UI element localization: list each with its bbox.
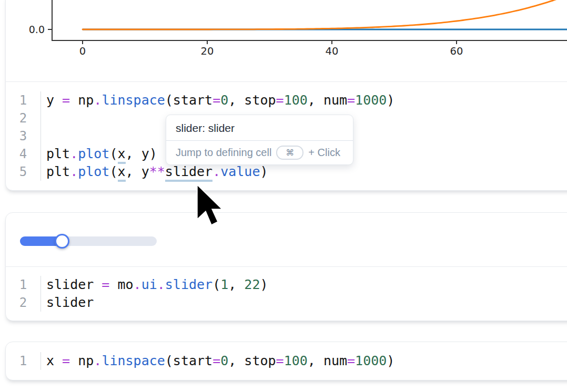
plot-output: 0.00204060 [6, 0, 567, 81]
line-number: 1 [6, 91, 41, 109]
matplotlib-figure: 0.00204060 [6, 0, 567, 81]
slider-track[interactable] [20, 236, 157, 246]
line-number: 1 [6, 276, 41, 294]
tooltip-title: slider: slider [166, 115, 353, 140]
slider-output [6, 213, 567, 266]
code-text: plt.plot(x, y) [41, 145, 157, 163]
svg-text:60: 60 [450, 45, 463, 57]
code-text [41, 109, 46, 127]
svg-text:0: 0 [79, 45, 86, 57]
code-text: plt.plot(x, y**slider.value) [41, 163, 268, 181]
notebook-cell-slider: 1slider = mo.ui.slider(1, 22)2slider [5, 212, 567, 321]
code-editor-slider[interactable]: 1slider = mo.ui.slider(1, 22)2slider [6, 267, 567, 321]
code-text: x = np.linspace(start=0, stop=100, num=1… [41, 352, 394, 370]
tooltip-click-hint: + Click [308, 147, 340, 159]
code-line[interactable]: 1y = np.linspace(start=0, stop=100, num=… [6, 91, 567, 109]
code-line[interactable]: 5plt.plot(x, y**slider.value) [6, 163, 567, 181]
code-line[interactable]: 1slider = mo.ui.slider(1, 22) [6, 276, 567, 294]
line-number: 4 [6, 145, 41, 163]
variable-link[interactable]: slider [165, 164, 212, 182]
svg-text:20: 20 [201, 45, 214, 57]
slider-thumb[interactable] [55, 234, 69, 249]
line-number: 5 [6, 163, 41, 181]
line-number: 2 [6, 294, 41, 312]
code-line[interactable]: 2slider [6, 294, 567, 312]
variable-tooltip: slider: slider Jump to defining cell ⌘ +… [166, 115, 353, 165]
variable-link[interactable]: x [118, 146, 126, 164]
mouse-cursor-icon [197, 184, 224, 228]
code-text [41, 127, 46, 145]
code-line[interactable]: 1x = np.linspace(start=0, stop=100, num=… [6, 352, 567, 370]
svg-text:0.0: 0.0 [29, 24, 45, 35]
code-text: slider = mo.ui.slider(1, 22) [41, 276, 268, 294]
command-key-icon: ⌘ [276, 146, 303, 160]
line-number: 3 [6, 127, 41, 145]
tooltip-footer: Jump to defining cell ⌘ + Click [166, 140, 353, 164]
line-number: 1 [6, 352, 41, 370]
notebook-page: 0.00204060 1y = np.linspace(start=0, sto… [0, 0, 567, 392]
variable-link[interactable]: x [118, 164, 126, 182]
notebook-cell-x: 1x = np.linspace(start=0, stop=100, num=… [5, 342, 567, 380]
code-editor-x[interactable]: 1x = np.linspace(start=0, stop=100, num=… [6, 342, 567, 380]
code-text: y = np.linspace(start=0, stop=100, num=1… [41, 91, 394, 109]
svg-text:40: 40 [326, 45, 339, 57]
code-text: slider [41, 294, 94, 312]
line-number: 2 [6, 109, 41, 127]
tooltip-action-label: Jump to defining cell [176, 147, 271, 159]
